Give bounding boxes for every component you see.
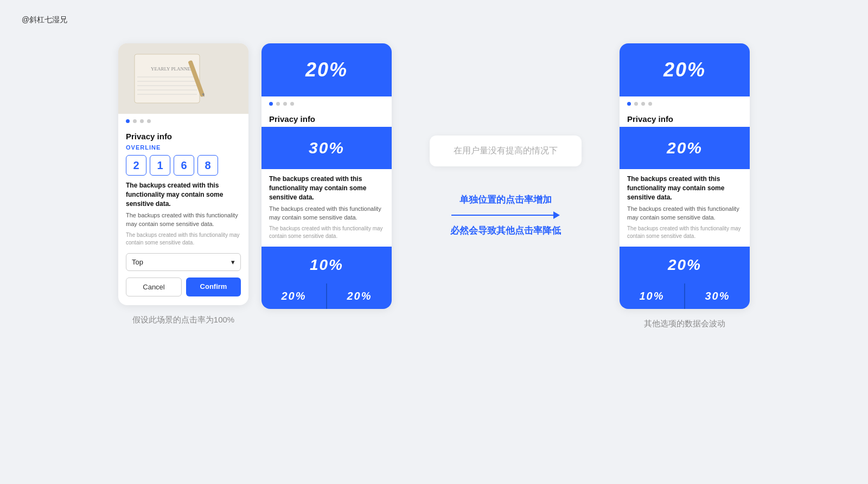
main-container: YEARLY PLANNER Privacy info [0, 0, 868, 351]
arrow-head-icon [553, 211, 560, 219]
confirm-button[interactable]: Confirm [186, 278, 241, 296]
button-row: Cancel Confirm [126, 278, 241, 296]
arrow-line [451, 211, 560, 219]
cancel-button[interactable]: Cancel [126, 278, 182, 296]
card2-desc-bold: The backups created with this functional… [269, 175, 384, 202]
card3-desc-light: The backups created with this functional… [627, 225, 742, 240]
c3dot-2 [634, 102, 638, 106]
card-image-placeholder: YEARLY PLANNER [118, 43, 248, 114]
left-desc-bold: The backups created with this functional… [126, 181, 241, 208]
left-card: YEARLY PLANNER Privacy info [118, 43, 248, 305]
card3-title: Privacy info [627, 114, 742, 124]
card2-body2: The backups created with this functional… [261, 169, 392, 240]
arrow-row: 单独位置的点击率增加 必然会导致其他点击率降低 [450, 193, 561, 237]
card3-desc-medium: The backups created with this functional… [627, 205, 742, 222]
card3: 20% Privacy info 20% The backups created… [620, 43, 750, 309]
dot-3 [140, 119, 144, 123]
left-section: YEARLY PLANNER Privacy info [118, 43, 248, 325]
card3-sub-banner2: 30% [685, 283, 750, 309]
card2-section: 20% Privacy info 30% The backups created… [261, 43, 392, 309]
card2-banner1: 20% [261, 43, 392, 96]
arrow-text-top: 单独位置的点击率增加 [459, 193, 552, 206]
card2-desc-light: The backups created with this functional… [269, 225, 384, 240]
c2dot-2 [276, 102, 280, 106]
arrow-text-bottom: 必然会导致其他点击率降低 [450, 224, 561, 237]
card2-dots [261, 96, 392, 109]
card3-dots [620, 96, 750, 109]
card2-sub-banner2: 20% [327, 283, 392, 309]
card2-two-banners: 20% 20% [261, 283, 392, 309]
middle-area: 在用户量没有提高的情况下 单独位置的点击率增加 必然会导致其他点击率降低 [392, 119, 620, 253]
card3-two-banners: 10% 30% [620, 283, 750, 309]
svg-text:YEARLY PLANNER: YEARLY PLANNER [151, 66, 194, 72]
overline-label: Overline [126, 144, 241, 151]
left-caption: 假设此场景的点击率为100% [132, 315, 234, 325]
arrow-line-body [451, 215, 553, 216]
right-section: 20% Privacy info 20% The backups created… [620, 43, 750, 329]
card2-banner2: 30% [261, 127, 392, 169]
number-box-3: 8 [197, 155, 218, 176]
c3dot-3 [641, 102, 645, 106]
card3-sub-banner1: 10% [620, 283, 685, 309]
left-card-dots [118, 114, 248, 126]
left-desc-medium: The backups created with this functional… [126, 211, 241, 228]
number-boxes: 2 1 6 8 [126, 155, 241, 176]
c2dot-4 [290, 102, 294, 106]
number-box-1: 1 [150, 155, 170, 176]
top-dropdown[interactable]: Top ▾ [126, 253, 241, 271]
c3dot-4 [648, 102, 652, 106]
dropdown-value: Top [132, 258, 143, 266]
card3-banner3: 20% [620, 247, 750, 283]
dot-2 [133, 119, 137, 123]
number-box-0: 2 [126, 155, 146, 176]
c2dot-1 [269, 102, 273, 106]
c3dot-1 [627, 102, 631, 106]
card3-body2: The backups created with this functional… [620, 169, 750, 240]
right-caption: 其他选项的数据会波动 [644, 319, 725, 329]
card3-banner1: 20% [620, 43, 750, 96]
number-box-2: 6 [174, 155, 194, 176]
dot-4 [147, 119, 151, 123]
chevron-down-icon: ▾ [231, 258, 235, 266]
card3-desc-bold: The backups created with this functional… [627, 175, 742, 202]
left-desc-light: The backups created with this functional… [126, 231, 241, 247]
card2-body: Privacy info [261, 109, 392, 124]
card3-body: Privacy info [620, 109, 750, 124]
card2: 20% Privacy info 30% The backups created… [261, 43, 392, 309]
card3-banner2: 20% [620, 127, 750, 169]
card2-desc-medium: The backups created with this functional… [269, 205, 384, 222]
watermark-text: @斜杠七湿兄 [22, 15, 67, 25]
card2-banner3: 10% [261, 247, 392, 283]
card2-title: Privacy info [269, 114, 384, 124]
card2-sub-banner1: 20% [261, 283, 327, 309]
c2dot-3 [283, 102, 287, 106]
dot-1 [126, 119, 130, 123]
left-card-title: Privacy info [126, 132, 241, 141]
dropdown-row: Top ▾ [126, 253, 241, 271]
speech-bubble: 在用户量没有提高的情况下 [430, 135, 582, 166]
left-card-body: Privacy info Overline 2 1 6 8 The backup… [118, 126, 248, 305]
